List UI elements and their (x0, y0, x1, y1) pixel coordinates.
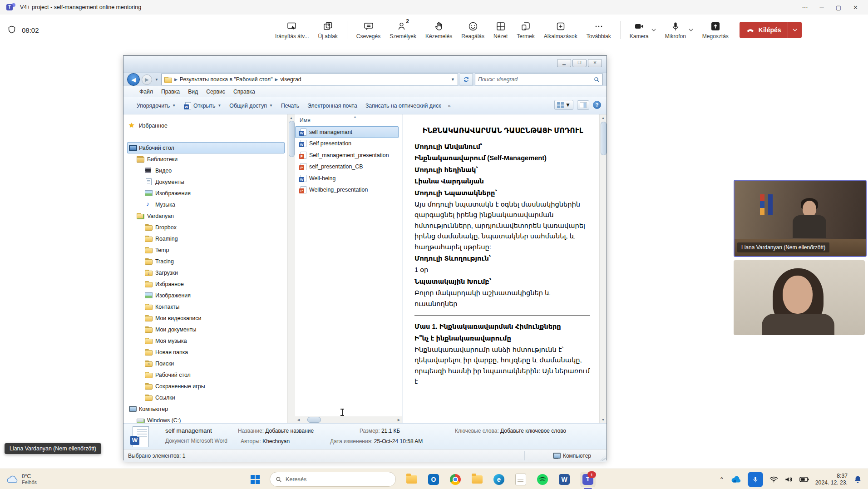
resize-grip[interactable] (600, 455, 606, 461)
window-close-icon[interactable]: ✕ (853, 4, 858, 11)
burn-button[interactable]: Записать на оптический диск (361, 101, 445, 111)
raise-hand-button[interactable]: Kézemelés (423, 16, 455, 44)
open-button[interactable]: Открыть▼ (180, 100, 225, 111)
refresh-button[interactable] (460, 74, 473, 85)
tree-item[interactable]: Изображения (127, 188, 285, 199)
email-button[interactable]: Электронная почта (303, 101, 361, 111)
window-minimize-icon[interactable]: ─ (820, 4, 824, 11)
command-overflow-chevron[interactable]: » (445, 103, 453, 109)
window-maximize-icon[interactable]: ▢ (836, 4, 841, 11)
preview-scrollbar[interactable]: ▲ ▼ (599, 114, 607, 423)
taskbar-outlook[interactable]: O (428, 474, 439, 485)
scroll-right-icon[interactable]: ▶ (395, 418, 402, 422)
volume-icon[interactable] (784, 476, 793, 483)
taskbar-file-explorer[interactable] (406, 474, 418, 485)
taskbar-edge[interactable]: e (493, 474, 505, 485)
video-tile-self[interactable] (734, 260, 865, 335)
taskbar-folder[interactable] (471, 474, 483, 485)
tree-item[interactable]: Контакты (127, 301, 285, 312)
tree-item[interactable]: Изображения (127, 290, 285, 301)
scrollbar-thumb[interactable] (289, 121, 295, 157)
file-row[interactable]: Self presentation (295, 138, 399, 150)
tree-item[interactable]: Загрузки (127, 267, 285, 278)
detail-keywords-field[interactable]: Ключевые слова: Добавьте ключевое слово (455, 428, 566, 434)
leave-button[interactable]: Kilépés (740, 22, 802, 38)
mic-button[interactable]: Mikrofon (662, 16, 696, 44)
chevron-down-icon[interactable] (651, 29, 656, 31)
taskbar-spotify[interactable] (537, 474, 548, 485)
taskbar-word[interactable]: W (558, 474, 570, 485)
tree-item[interactable]: Ссылки (127, 392, 285, 403)
tree-item[interactable]: Рабочий стол (127, 142, 285, 153)
taskbar-chrome[interactable] (449, 474, 461, 485)
explorer-titlebar[interactable]: ▁ ❐ ✕ (123, 56, 607, 73)
explorer-minimize-button[interactable]: ▁ (557, 59, 571, 67)
battery-icon[interactable] (799, 477, 809, 482)
detail-authors-field[interactable]: Авторы: Khechoyan (241, 438, 290, 445)
history-dropdown-icon[interactable]: ▼ (155, 78, 158, 82)
tree-item[interactable]: Моя музыка (127, 335, 285, 346)
tree-item[interactable]: Избранное (127, 278, 285, 290)
take-control-button[interactable]: Irányítás átv... (272, 16, 311, 44)
tree-item[interactable]: Temp (127, 244, 285, 256)
explorer-window[interactable]: ▁ ❐ ✕ ◀ ▶ ▼ ▶ Результаты поиска в "Рабоч… (123, 55, 607, 460)
file-row[interactable]: self managemant (295, 126, 399, 138)
scroll-up-icon[interactable]: ▲ (288, 114, 295, 121)
tree-item[interactable]: Библиотеки (127, 153, 285, 165)
tree-item[interactable]: Сохраненные игры (127, 380, 285, 392)
tree-item[interactable]: Музыка (127, 199, 285, 210)
start-button[interactable] (251, 475, 260, 484)
tree-item[interactable]: Мои документы (127, 324, 285, 335)
people-button[interactable]: 2 Személyek (387, 16, 419, 44)
tree-item[interactable]: Документы (127, 176, 285, 188)
tree-item[interactable]: Vardanyan (127, 210, 285, 222)
scroll-down-icon[interactable]: ▼ (600, 416, 607, 423)
camera-button[interactable]: Kamera (627, 16, 659, 44)
more-button[interactable]: Továbbiak (584, 16, 614, 44)
tree-item[interactable]: Компьютер (127, 403, 285, 415)
tree-item[interactable]: Roaming (127, 233, 285, 244)
file-list-hscrollbar[interactable]: ◀ ▶ (295, 416, 402, 423)
menu-item[interactable]: Вид (184, 88, 202, 96)
view-button[interactable]: Nézet (491, 16, 510, 44)
taskbar-clock[interactable]: 8:37 2024. 12. 23. (815, 473, 848, 486)
leave-options-chevron[interactable] (788, 22, 802, 38)
notification-bell-icon[interactable] (854, 475, 862, 484)
print-button[interactable]: Печать (277, 101, 303, 111)
scrollbar-thumb[interactable] (307, 417, 321, 423)
share-access-button[interactable]: Общий доступ▼ (225, 101, 277, 111)
mic-in-use-indicator[interactable] (748, 472, 763, 487)
chat-button[interactable]: Csevegés (354, 16, 383, 44)
taskbar-search-input[interactable]: Keresés (270, 472, 396, 487)
chevron-down-icon[interactable] (689, 29, 693, 31)
breadcrumb[interactable]: ▶ Результаты поиска в "Рабочий стол" ▶ v… (161, 74, 458, 85)
scroll-up-icon[interactable]: ▲ (600, 114, 607, 121)
back-button[interactable]: ◀ (127, 73, 140, 86)
wifi-icon[interactable] (769, 476, 778, 483)
menu-item[interactable]: Справка (229, 88, 259, 96)
share-button[interactable]: Megosztás (700, 16, 731, 44)
new-window-button[interactable]: Új ablak (315, 16, 340, 44)
scroll-left-icon[interactable]: ◀ (295, 418, 302, 422)
tree-item[interactable]: Рабочий стол (127, 369, 285, 380)
tree-scrollbar[interactable]: ▲ (287, 114, 295, 423)
forward-button[interactable]: ▶ (142, 74, 152, 85)
scrollbar-thumb[interactable] (601, 122, 607, 155)
weather-widget[interactable]: 0°C Felhős (6, 469, 37, 489)
search-icon[interactable] (594, 77, 600, 83)
breadcrumb-leaf[interactable]: visegrad (280, 76, 301, 83)
file-row[interactable]: Well-being (295, 173, 399, 184)
taskbar-notepad[interactable] (515, 474, 527, 485)
tree-item[interactable]: Tracing (127, 256, 285, 267)
organize-button[interactable]: Упорядочить▼ (133, 101, 180, 111)
video-tile-speaker[interactable]: Liana Vardanyan (Nem ellenőrzött) (734, 180, 867, 257)
menu-item[interactable]: Сервис (202, 88, 229, 96)
file-row[interactable]: self_presentation_CB (295, 161, 399, 173)
tree-item[interactable]: Windows (C:) (127, 415, 285, 423)
menu-item[interactable]: Файл (135, 88, 157, 96)
taskbar-teams[interactable]: T1 (580, 472, 596, 487)
breadcrumb-root[interactable]: Результаты поиска в "Рабочий стол" (180, 76, 273, 83)
explorer-close-button[interactable]: ✕ (588, 59, 602, 67)
tray-expand-icon[interactable]: ⌃ (720, 476, 724, 483)
tree-item[interactable]: Новая папка (127, 346, 285, 358)
